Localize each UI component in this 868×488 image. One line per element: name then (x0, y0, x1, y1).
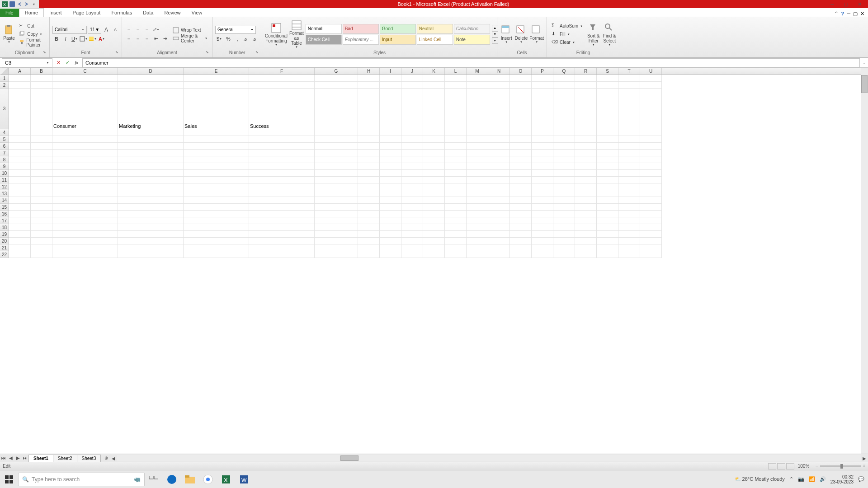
column-header[interactable]: P (532, 68, 553, 75)
cell[interactable] (118, 211, 184, 217)
cell[interactable] (31, 197, 52, 204)
cell[interactable] (9, 217, 31, 224)
decrease-decimal-button[interactable]: .0 (251, 35, 259, 43)
cell[interactable] (380, 244, 401, 251)
decrease-indent-button[interactable]: ⇤ (152, 35, 160, 43)
cell[interactable] (597, 82, 618, 89)
increase-indent-button[interactable]: ⇥ (161, 35, 169, 43)
cell[interactable] (249, 143, 315, 150)
cell[interactable] (445, 211, 467, 217)
cell[interactable] (249, 217, 315, 224)
cell[interactable] (52, 82, 118, 89)
taskbar-search[interactable]: 🔍 Type here to search 🦏 (18, 473, 145, 486)
cell[interactable] (467, 156, 488, 163)
cell[interactable] (118, 177, 184, 183)
cell[interactable] (358, 177, 380, 183)
row-header[interactable]: 1 (0, 75, 9, 82)
cell[interactable] (575, 143, 597, 150)
cell[interactable] (575, 217, 597, 224)
row-header[interactable]: 12 (0, 183, 9, 190)
cell[interactable] (423, 211, 445, 217)
autosum-button[interactable]: ΣAutoSum▼ (550, 23, 585, 30)
cell[interactable] (423, 170, 445, 177)
cell[interactable] (575, 82, 597, 89)
cell[interactable] (31, 150, 52, 156)
column-header[interactable]: Q (553, 68, 575, 75)
cell[interactable] (52, 183, 118, 190)
cell[interactable] (532, 183, 553, 190)
column-header[interactable]: B (31, 68, 52, 75)
cell[interactable] (380, 150, 401, 156)
cell[interactable] (640, 163, 662, 170)
cell[interactable] (532, 217, 553, 224)
cell[interactable] (575, 163, 597, 170)
cell[interactable] (553, 177, 575, 183)
cell[interactable] (52, 238, 118, 244)
cell[interactable] (488, 190, 510, 197)
tray-chevron-icon[interactable]: ⌃ (789, 476, 793, 482)
cell[interactable] (618, 251, 640, 258)
cell[interactable] (9, 143, 31, 150)
cell[interactable] (553, 136, 575, 143)
cell[interactable] (118, 163, 184, 170)
cell[interactable] (445, 224, 467, 231)
clear-button[interactable]: ⌫Clear▼ (550, 39, 585, 46)
cell[interactable] (380, 190, 401, 197)
cell[interactable] (9, 231, 31, 238)
cell[interactable] (467, 177, 488, 183)
cell[interactable] (510, 231, 532, 238)
cell[interactable] (553, 143, 575, 150)
row-header[interactable]: 14 (0, 197, 9, 204)
cell[interactable] (380, 136, 401, 143)
cell[interactable] (9, 156, 31, 163)
cell[interactable] (423, 129, 445, 136)
cell[interactable] (575, 75, 597, 82)
cell[interactable] (423, 217, 445, 224)
page-layout-view-button[interactable] (777, 463, 785, 469)
cell[interactable] (380, 129, 401, 136)
cell[interactable] (618, 143, 640, 150)
cell[interactable] (315, 238, 358, 244)
cell[interactable] (445, 238, 467, 244)
cell[interactable] (380, 177, 401, 183)
cell[interactable] (553, 231, 575, 238)
cell[interactable] (467, 197, 488, 204)
cell[interactable] (618, 170, 640, 177)
save-icon[interactable] (9, 1, 15, 7)
cell[interactable] (9, 129, 31, 136)
cell[interactable] (445, 251, 467, 258)
qat-customize-icon[interactable]: ▼ (31, 1, 37, 7)
cell[interactable] (488, 170, 510, 177)
cell[interactable] (640, 129, 662, 136)
cell[interactable] (401, 183, 423, 190)
cell[interactable] (597, 190, 618, 197)
cell[interactable] (401, 238, 423, 244)
format-as-table-button[interactable]: Format as Table▼ (289, 20, 304, 48)
cell[interactable] (401, 224, 423, 231)
cell[interactable] (52, 156, 118, 163)
cell[interactable] (553, 238, 575, 244)
row-header[interactable]: 16 (0, 211, 9, 217)
cell[interactable] (249, 231, 315, 238)
cell[interactable] (184, 177, 249, 183)
cell[interactable] (118, 136, 184, 143)
merge-center-button[interactable]: Merge & Center▼ (171, 35, 209, 42)
column-header[interactable]: O (510, 68, 532, 75)
cell[interactable] (640, 170, 662, 177)
cell[interactable] (445, 150, 467, 156)
cell[interactable] (184, 251, 249, 258)
cell[interactable] (52, 170, 118, 177)
cell[interactable] (249, 183, 315, 190)
row-header[interactable]: 17 (0, 217, 9, 224)
cell[interactable] (467, 163, 488, 170)
cell[interactable] (618, 89, 640, 129)
cell[interactable] (445, 197, 467, 204)
cell[interactable] (575, 224, 597, 231)
cell[interactable] (358, 156, 380, 163)
redo-icon[interactable] (24, 1, 30, 7)
file-explorer-taskbar-icon[interactable] (181, 470, 199, 488)
cell[interactable] (9, 170, 31, 177)
row-header[interactable]: 4 (0, 129, 9, 136)
cell[interactable] (118, 251, 184, 258)
cell[interactable] (445, 136, 467, 143)
